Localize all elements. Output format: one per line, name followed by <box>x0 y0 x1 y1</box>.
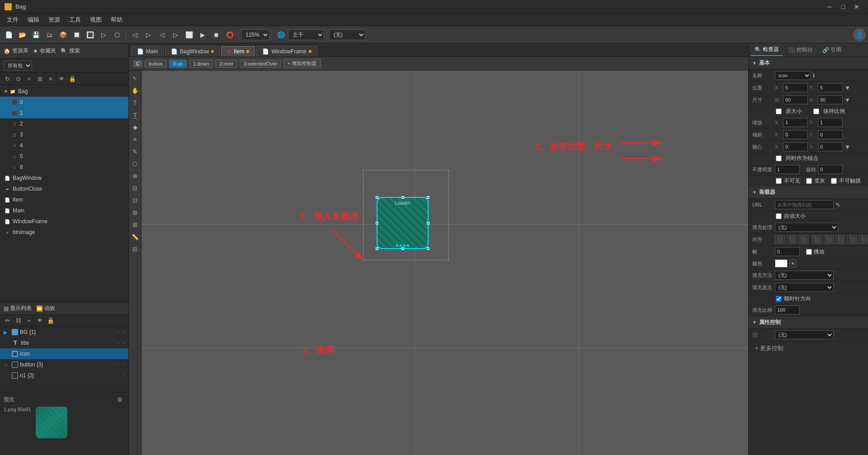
dl-icon[interactable]: ⬛ icon · · <box>0 348 128 359</box>
close-button[interactable]: ✕ <box>850 0 863 14</box>
opacity-input[interactable] <box>775 165 800 174</box>
size-h-input[interactable] <box>818 95 843 104</box>
state-0-up[interactable]: 0:up <box>169 60 187 68</box>
handle-br[interactable] <box>427 247 429 250</box>
bg-dot2[interactable]: · <box>123 329 125 335</box>
play-check[interactable] <box>806 249 812 255</box>
tool7[interactable]: 🔳 <box>84 28 96 41</box>
add-assets-btn[interactable]: + <box>24 74 34 84</box>
console-tab[interactable]: ⬛ 控制台 <box>785 44 816 56</box>
align-spread[interactable]: ⬛ <box>847 235 857 244</box>
tab-windowframe[interactable]: 📄 WindowFrame <box>256 46 317 56</box>
tree-item-3[interactable]: □ 3 <box>0 129 128 140</box>
handle-ml[interactable] <box>376 222 378 225</box>
name-type-select[interactable]: icon <box>775 71 811 80</box>
state-1-down[interactable]: 1:down <box>189 60 213 68</box>
bg-dot1[interactable]: · <box>117 329 118 335</box>
state-3-selected[interactable]: 3:selectedOver <box>240 60 281 68</box>
arrow-left2[interactable]: ◁ <box>156 28 168 41</box>
scale-x-input[interactable] <box>783 118 808 127</box>
dl-lock-btn[interactable]: 🔒 <box>46 316 56 326</box>
tab-main[interactable]: 📄 Main <box>131 46 164 56</box>
zoom-select[interactable]: 125% 100% 75% 50% <box>241 29 269 40</box>
preview-settings[interactable]: ⚙ <box>115 394 125 404</box>
open-button[interactable]: 📂 <box>16 28 28 41</box>
menu-tools[interactable]: 工具 <box>65 14 85 26</box>
dl-bg[interactable]: ▶ BG {1} · · <box>0 327 128 338</box>
name-info-btn[interactable]: ℹ <box>813 73 815 79</box>
align-right[interactable]: ⬛ <box>798 235 808 244</box>
fill-method-select[interactable]: (无) <box>775 271 834 280</box>
rect-tool[interactable]: ⬜ <box>183 28 195 41</box>
fill-amount-input[interactable] <box>775 305 800 314</box>
ref-tab[interactable]: 🔗 引用 <box>819 44 845 56</box>
align-left[interactable]: ⬛ <box>775 235 785 244</box>
circle-btn[interactable]: ⭕ <box>223 28 236 41</box>
title-dot2[interactable]: · <box>123 340 125 346</box>
tree-item-2[interactable]: □ 2 <box>0 118 128 129</box>
tool8[interactable]: ▷ <box>97 28 110 41</box>
size-expand[interactable]: ▼ <box>844 97 850 103</box>
layout2-btn[interactable]: ≡ <box>46 74 56 84</box>
tab-bagwindow[interactable]: 📄 BagWindow <box>165 46 220 56</box>
branch-select[interactable]: 主干 <box>288 29 324 40</box>
keep-ratio-check[interactable] <box>813 108 819 114</box>
button-dot1[interactable]: · <box>117 361 118 368</box>
fill-select[interactable]: (无) <box>775 223 838 232</box>
tree-item-1b[interactable]: ⬛ 1 <box>0 108 128 118</box>
arrow-left[interactable]: ◁ <box>128 28 141 41</box>
tree-item-8[interactable]: □ 8 <box>0 162 128 173</box>
n1-dot1[interactable]: · <box>117 372 118 379</box>
tab-assets[interactable]: 🏠 资源库 <box>4 47 28 55</box>
rotation-input[interactable] <box>818 165 843 174</box>
tree-item-item[interactable]: 📄 Item <box>0 194 128 205</box>
color-dropdown[interactable]: ▼ <box>789 259 797 267</box>
play-btn[interactable]: ▶ <box>196 28 209 41</box>
dl-button[interactable]: ← button {3} · · <box>0 359 128 370</box>
tree-bagwindow[interactable]: 📄 BagWindow <box>0 173 128 183</box>
handle-bm[interactable] <box>401 247 404 250</box>
menu-edit[interactable]: 编辑 <box>23 14 44 26</box>
untouchable-check[interactable] <box>831 178 837 184</box>
grayed-check[interactable] <box>806 178 812 184</box>
prop-control-header[interactable]: ▼ 属性控制 <box>749 316 868 329</box>
loader-section-header[interactable]: ▼ 装载器 <box>749 186 868 199</box>
text-tool-2[interactable]: T̲ <box>130 109 141 120</box>
handle-tl[interactable] <box>376 196 378 199</box>
menu-help[interactable]: 帮助 <box>106 14 127 26</box>
dl-tab-list[interactable]: ▤ 显示列表 <box>4 305 32 312</box>
align-tool[interactable]: ⊟ <box>130 183 141 193</box>
lock-btn[interactable]: 🔒 <box>67 74 77 84</box>
hand-tool[interactable]: ✋ <box>130 85 141 96</box>
handle-mr[interactable] <box>427 222 429 225</box>
original-size-check[interactable] <box>776 108 782 114</box>
tree-item-4[interactable]: ✕ 4 <box>0 140 128 151</box>
handle-tr[interactable] <box>427 196 429 199</box>
grid2-tool[interactable]: ⊟ <box>130 244 141 254</box>
publish-button[interactable]: 📦 <box>57 28 69 41</box>
position-expand[interactable]: ▼ <box>844 84 850 91</box>
color-swatch[interactable] <box>775 259 788 267</box>
align-center[interactable]: ⬛ <box>787 235 797 244</box>
align-spread2[interactable]: ⬛ <box>859 235 868 244</box>
link-btn[interactable]: ⊙ <box>13 74 23 84</box>
tree-btnimage[interactable]: ● btnimage <box>0 227 128 238</box>
select-tool[interactable]: ↖ <box>130 73 141 84</box>
tab-search[interactable]: 🔍 搜索 <box>61 47 80 55</box>
loader-element[interactable]: Loader <box>377 197 429 249</box>
tree-main[interactable]: 📄 Main <box>0 205 128 216</box>
clockwise-check[interactable] <box>776 296 782 302</box>
dl-eye-btn[interactable]: 👁 <box>35 316 45 326</box>
state-2-over[interactable]: 2:over <box>215 60 237 68</box>
tree-buttonclose[interactable]: ━ ButtonClose <box>0 183 128 194</box>
align-middle[interactable]: ⬛ <box>824 235 834 244</box>
tree-item-1[interactable]: ⬛ 0 <box>0 97 128 108</box>
list-tool[interactable]: ≡ <box>130 134 141 145</box>
menu-assets[interactable]: 资源 <box>44 14 65 26</box>
eye-btn[interactable]: 👁 <box>57 74 66 84</box>
pivot-y-input[interactable] <box>818 142 843 151</box>
dl-edit-btn[interactable]: ✏ <box>2 316 12 326</box>
grid-tool[interactable]: ⊞ <box>130 207 141 218</box>
tool6[interactable]: 🔲 <box>70 28 83 41</box>
globe-btn[interactable]: 🌐 <box>274 28 287 41</box>
